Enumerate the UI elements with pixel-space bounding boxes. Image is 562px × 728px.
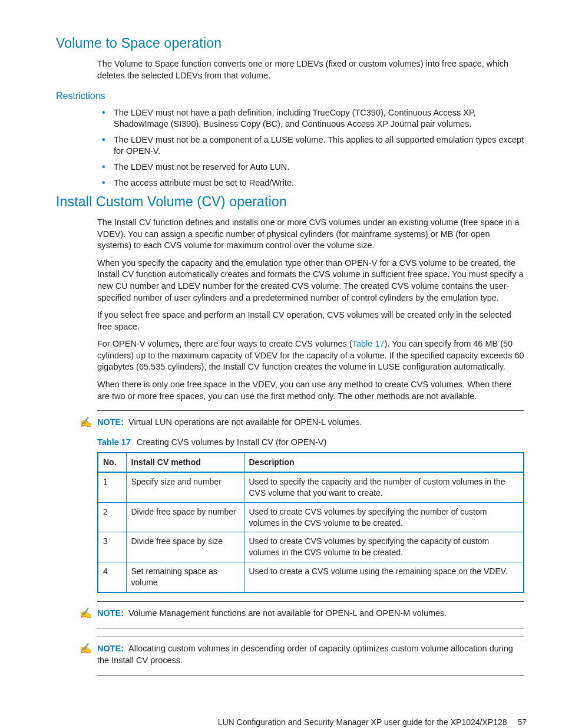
paragraph: When you specify the capacity and the em…: [97, 258, 524, 304]
link-table-17[interactable]: Table 17: [352, 339, 385, 348]
note-text: Volume Management functions are not avai…: [128, 608, 447, 618]
table-label: Table 17: [97, 437, 131, 447]
cell-desc: Used to create CVS volumes by specifying…: [244, 502, 524, 532]
cell-no: 2: [98, 502, 126, 532]
note-label: NOTE:: [97, 644, 124, 653]
page-number: 57: [517, 717, 527, 727]
note-block: ✍ NOTE:Volume Management functions are n…: [97, 608, 524, 620]
table-header-method: Install CV method: [126, 453, 244, 472]
cell-method: Specify size and number: [126, 472, 244, 502]
list-item: The access attribute must be set to Read…: [97, 177, 524, 189]
paragraph: If you select free space and perform an …: [97, 309, 524, 332]
note-block: ✍ NOTE:Allocating custom volumes in desc…: [97, 643, 524, 666]
restrictions-list: The LDEV must not have a path definition…: [97, 107, 524, 189]
cell-no: 3: [98, 532, 126, 562]
paragraph: The Volume to Space function converts on…: [97, 58, 524, 81]
table-caption: Table 17Creating CVS volumes by Install …: [97, 437, 524, 449]
table-row: 2 Divide free space by number Used to cr…: [98, 502, 524, 532]
table-caption-text: Creating CVS volumes by Install CV (for …: [137, 437, 326, 447]
paragraph: For OPEN-V volumes, there are four ways …: [97, 338, 524, 373]
table-row: 4 Set remaining space as volume Used to …: [98, 562, 524, 592]
list-item: The LDEV must not have a path definition…: [97, 107, 524, 130]
note-label: NOTE:: [97, 417, 124, 427]
note-icon: ✍: [80, 608, 92, 620]
paragraph: When there is only one free space in the…: [97, 379, 524, 402]
divider: [97, 637, 524, 637]
cell-no: 1: [98, 472, 126, 502]
note-block: ✍ NOTE:Virtual LUN operations are not av…: [97, 417, 524, 429]
list-item: The LDEV must not be reserved for Auto L…: [97, 162, 524, 173]
divider: [97, 628, 524, 628]
cell-desc: Used to create CVS volumes by specifying…: [244, 532, 524, 562]
table-header-no: No.: [98, 453, 126, 472]
divider: [97, 675, 524, 676]
paragraph: The Install CV function defines and inst…: [97, 217, 524, 252]
note-icon: ✍: [80, 417, 92, 429]
note-label: NOTE:: [97, 608, 124, 618]
note-text: Virtual LUN operations are not available…: [128, 417, 362, 427]
heading-restrictions: Restrictions: [56, 90, 527, 103]
list-item: The LDEV must not be a component of a LU…: [97, 134, 524, 157]
table-header-row: No. Install CV method Description: [98, 453, 524, 472]
cell-desc: Used to create a CVS volume using the re…: [244, 562, 524, 592]
table-row: 3 Divide free space by size Used to crea…: [98, 532, 524, 562]
divider: [97, 601, 524, 602]
footer-title: LUN Configuration and Security Manager X…: [218, 717, 507, 727]
cell-method: Divide free space by number: [126, 502, 244, 532]
divider: [97, 410, 524, 411]
page-footer: LUN Configuration and Security Manager X…: [35, 717, 527, 728]
text-span: For OPEN-V volumes, there are four ways …: [97, 339, 352, 348]
cell-desc: Used to specify the capacity and the num…: [244, 472, 524, 502]
heading-volume-to-space: Volume to Space operation: [56, 34, 527, 52]
note-icon: ✍: [80, 643, 92, 655]
cell-no: 4: [98, 562, 126, 592]
note-text: Allocating custom volumes in descending …: [97, 644, 513, 665]
cell-method: Divide free space by size: [126, 532, 244, 562]
cell-method: Set remaining space as volume: [126, 562, 244, 592]
table-row: 1 Specify size and number Used to specif…: [98, 472, 524, 502]
table-cvs-methods: No. Install CV method Description 1 Spec…: [97, 452, 524, 593]
heading-install-cv: Install Custom Volume (CV) operation: [56, 193, 527, 211]
table-header-description: Description: [244, 453, 524, 472]
